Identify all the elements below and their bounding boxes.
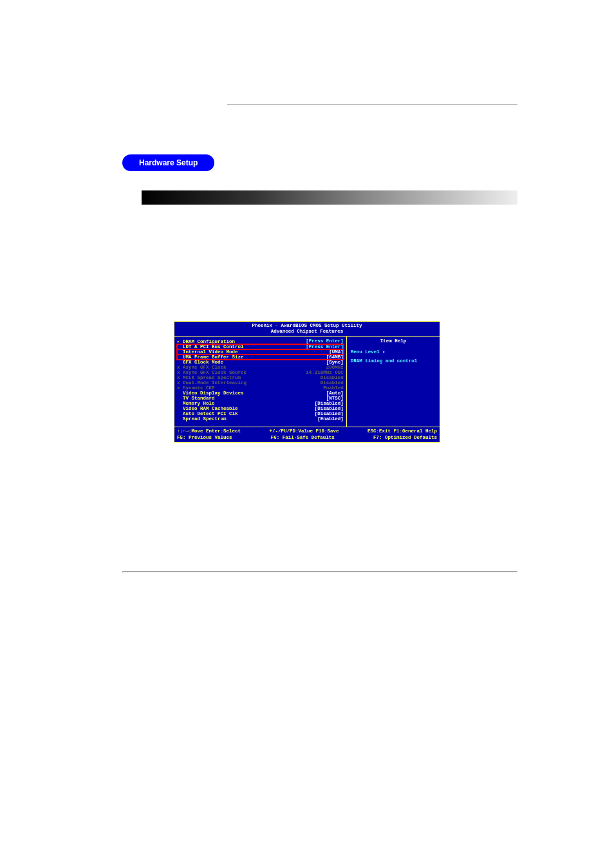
bios-row: Spread Spectrum[Enabled] bbox=[177, 416, 344, 421]
bios-help-pane: Item Help Menu Level ▸ DRAM timing and c… bbox=[347, 336, 440, 427]
bios-footer-r1-right: ESC:Exit F1:General Help bbox=[367, 429, 437, 435]
comma-2: , bbox=[157, 294, 159, 303]
bios-row-value: Enabled bbox=[323, 385, 344, 391]
bios-row-value: [Press Enter] bbox=[306, 344, 344, 349]
section-divider bbox=[227, 104, 517, 105]
quote2-open: " bbox=[151, 241, 154, 250]
bios-row: x MCLK Spread SpectrumDisabled bbox=[177, 375, 344, 380]
tm-mark-1: TM bbox=[142, 219, 151, 226]
bios-row-label: Video RAM Cacheable bbox=[177, 406, 238, 411]
bios-row: ▸ DRAM Configuration[Press Enter] bbox=[177, 338, 344, 344]
tm-mark-2: TM bbox=[153, 219, 162, 226]
bios-footer-r2-right: F7: Optimized Defaults bbox=[373, 435, 437, 441]
bios-row-label: x Async GFX Clock bbox=[177, 365, 227, 370]
bios-row-value: [Disabled] bbox=[315, 406, 344, 411]
bios-row: x Async GFX Clock200MHz bbox=[177, 365, 344, 370]
section-label: Hardware Setup bbox=[122, 154, 214, 171]
bios-menu-level: Menu Level ▸ bbox=[351, 349, 436, 355]
bios-row-label: GFX Clock Mode bbox=[177, 360, 223, 365]
bios-row-label: Spread Spectrum bbox=[177, 416, 227, 421]
sv-para: TM , , bbox=[142, 290, 517, 305]
bios-row-value: [NTSC] bbox=[326, 396, 344, 401]
bios-screenshot: Phoenix - AwardBIOS CMOS Setup Utility A… bbox=[174, 321, 440, 443]
bios-row: Video Display Devices[Auto] bbox=[177, 391, 344, 396]
bios-row-value: [Sync] bbox=[326, 360, 344, 365]
bios-row: Auto Detect PCI Clk[Disabled] bbox=[177, 411, 344, 416]
bios-row-label: LDT & PCI Bus Control bbox=[177, 344, 244, 349]
bios-row: LDT & PCI Bus Control[Press Enter] bbox=[177, 344, 344, 349]
bios-row-value: 200MHz bbox=[326, 365, 344, 370]
quote-close: " bbox=[147, 241, 149, 250]
bios-footer-r1-left: ↑↓←→:Move Enter:Select bbox=[177, 429, 241, 435]
bios-row-label: x Dynamic CKE bbox=[177, 385, 215, 391]
bios-title-line1: Phoenix - AwardBIOS CMOS Setup Utility bbox=[177, 323, 437, 329]
bios-row: Memory Hole[Disabled] bbox=[177, 401, 344, 406]
bios-row-label: UMA Frame Buffer Size bbox=[177, 355, 244, 360]
bios-row: UMA Frame Buffer Size[64MB] bbox=[177, 355, 344, 360]
subheading: How to enable ATI SurroundView TM bbox=[142, 272, 517, 284]
bios-row-label: TV Standard bbox=[177, 396, 215, 401]
bios-row-value: [UMA] bbox=[329, 349, 344, 355]
bios-footer: ↑↓←→:Move Enter:Select +/-/PU/PD:Value F… bbox=[174, 427, 440, 443]
bios-help-desc: DRAM timing and control bbox=[351, 358, 436, 364]
quote2-close: " bbox=[156, 241, 159, 250]
bios-row: Video RAM Cacheable[Disabled] bbox=[177, 406, 344, 411]
bios-footer-r2-left: F5: Previous Values bbox=[177, 435, 232, 441]
bios-row-value: [Disabled] bbox=[315, 401, 344, 406]
bios-title: Phoenix - AwardBIOS CMOS Setup Utility A… bbox=[174, 322, 440, 336]
bios-row: x Async GFX Clock Source14.318MHz OSC bbox=[177, 370, 344, 375]
bios-left-pane: ▸ DRAM Configuration[Press Enter] LDT & … bbox=[174, 336, 347, 427]
bios-row-value: 14.318MHz OSC bbox=[306, 370, 344, 375]
bios-row-label: Video Display Devices bbox=[177, 391, 244, 396]
bios-row: Internal Video Mode[UMA] bbox=[177, 349, 344, 355]
intro-para-1: TM TM bbox=[142, 217, 517, 232]
bios-row-label: x MCLK Spread Spectrum bbox=[177, 375, 241, 380]
bios-row-label: x Async GFX Clock Source bbox=[177, 370, 247, 375]
bios-body: ▸ DRAM Configuration[Press Enter] LDT & … bbox=[174, 336, 440, 427]
bios-row-value: Disabled bbox=[321, 380, 344, 385]
comma-1: , bbox=[153, 294, 155, 303]
bios-row-value: [Auto] bbox=[326, 391, 344, 396]
page-footer-divider bbox=[122, 571, 517, 573]
bios-footer-r2-mid: F6: Fail-Safe Defaults bbox=[271, 435, 335, 441]
bios-row-label: Internal Video Mode bbox=[177, 349, 238, 355]
bios-row-label: Auto Detect PCI Clk bbox=[177, 411, 238, 416]
bios-footer-r1-mid: +/-/PU/PD:Value F10:Save bbox=[269, 429, 339, 435]
bios-row: x Dual-Mode InterleavingDisabled bbox=[177, 380, 344, 385]
bios-title-line2: Advanced Chipset Features bbox=[177, 329, 437, 335]
bios-row: TV Standard[NTSC] bbox=[177, 396, 344, 401]
heading-text bbox=[142, 191, 147, 201]
intro-para-2: " " " " bbox=[142, 239, 517, 252]
bios-row-label: Memory Hole bbox=[177, 401, 215, 406]
bios-row-value: [64MB] bbox=[326, 355, 344, 360]
tm-mark-bold: TM bbox=[284, 272, 295, 280]
quote-open: " bbox=[142, 241, 144, 250]
bios-row-label: ▸ DRAM Configuration bbox=[177, 338, 235, 344]
bios-row-value: [Enabled] bbox=[317, 416, 344, 421]
bios-row-label: x Dual-Mode Interleaving bbox=[177, 380, 247, 385]
bios-row-value: [Press Enter] bbox=[306, 338, 344, 344]
tm-mark-3: TM bbox=[142, 292, 151, 299]
bios-row-value: Disabled bbox=[321, 375, 344, 380]
bios-row: GFX Clock Mode[Sync] bbox=[177, 360, 344, 365]
heading-bar bbox=[142, 190, 517, 205]
bios-row: x Dynamic CKEEnabled bbox=[177, 385, 344, 391]
bios-help-header: Item Help bbox=[351, 338, 436, 344]
bios-row-value: [Disabled] bbox=[315, 411, 344, 416]
